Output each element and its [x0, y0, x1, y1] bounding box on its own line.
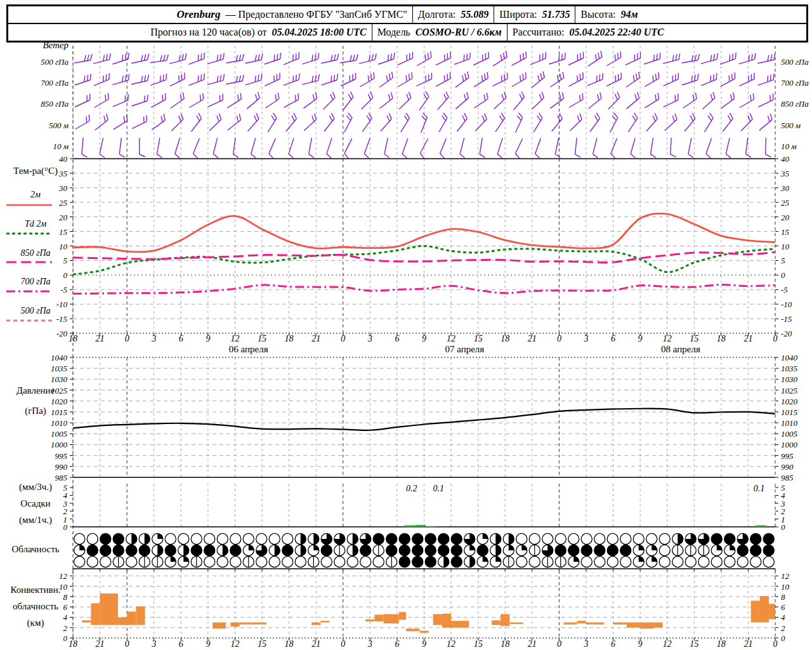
- convective-cloud-bar: [433, 614, 442, 625]
- wind-barb: [233, 138, 241, 157]
- wind-barb-line: [448, 72, 453, 79]
- wind-barb-line: [362, 98, 373, 110]
- wind-barb-line: [656, 93, 661, 99]
- wind-barb-line: [189, 100, 204, 108]
- wind-barb-line: [530, 58, 546, 65]
- cloud-cover-symbol: [438, 545, 449, 555]
- wind-barb-line: [581, 52, 586, 58]
- wind-barb: [339, 113, 353, 133]
- cloud-cover-symbol: [477, 545, 488, 555]
- wind-barb-line: [691, 55, 695, 62]
- cloud-cover-symbol: [594, 556, 605, 567]
- wind-barb-line: [421, 117, 428, 133]
- cloud-cover-symbol: [373, 556, 384, 567]
- wind-barb: [148, 93, 168, 107]
- wind-barb-line: [344, 118, 352, 133]
- wind-barb: [717, 93, 737, 109]
- wind-barb-line: [119, 138, 121, 154]
- wind-barb: [358, 113, 374, 132]
- cloud-cover-symbol: [223, 545, 228, 555]
- wind-barb: [593, 138, 603, 157]
- wind-barb-line: [608, 98, 620, 110]
- convective-cloud-bar: [509, 623, 523, 624]
- wind-barb-line: [402, 154, 408, 158]
- wind-barb-line: [732, 72, 737, 79]
- wind-barb-line: [94, 79, 109, 86]
- wind-barb-line: [636, 72, 641, 78]
- wind-barb: [575, 138, 582, 157]
- cloud-cover-symbol: [581, 533, 592, 544]
- wind-barb-line: [362, 118, 372, 131]
- cloud-cover-symbol: [659, 556, 670, 567]
- cloud-cover-symbol: [763, 556, 774, 567]
- wind-barb-line: [162, 114, 167, 121]
- cloud-cover-symbol: [204, 533, 215, 544]
- convective-cloud-bar: [769, 604, 775, 619]
- wind-barb-line: [532, 77, 544, 88]
- wind-barb: [480, 138, 488, 157]
- wind-barb-line: [671, 138, 671, 154]
- cloud-cover-symbol: [275, 545, 280, 555]
- wind-barb-line: [575, 154, 580, 157]
- wind-barb: [699, 73, 719, 86]
- wind-barb-line: [265, 79, 280, 86]
- cloud-cover-symbol: [620, 556, 631, 567]
- wind-barb: [604, 51, 623, 66]
- cloud-cover-symbol: [353, 533, 358, 544]
- wind-barb: [547, 53, 567, 64]
- wind-barb-line: [497, 154, 503, 158]
- wind-barb-line: [166, 55, 169, 60]
- wind-barb: [623, 92, 641, 109]
- wind-barb: [718, 113, 735, 131]
- header-divider: [494, 6, 494, 23]
- wind-barb-line: [725, 154, 731, 158]
- wind-barb-line: [534, 154, 540, 158]
- convective-cloud-bar: [100, 594, 118, 625]
- wind-barb-line: [549, 59, 565, 64]
- wind-barb-line: [89, 74, 93, 80]
- wind-barb-line: [563, 53, 568, 59]
- wind-barb-line: [575, 138, 577, 154]
- wind-barb-line: [703, 98, 715, 109]
- wind-barb-line: [260, 54, 264, 60]
- wind-barb-line: [606, 79, 621, 86]
- wind-barb-line: [650, 154, 657, 157]
- wind-barb-line: [630, 154, 636, 157]
- wind-barb-line: [600, 73, 605, 79]
- wind-barb-line: [246, 60, 261, 63]
- wind-barb-line: [440, 138, 447, 154]
- wind-barb: [150, 55, 169, 63]
- wind-barb: [585, 51, 604, 66]
- wind-barb: [471, 93, 490, 108]
- cloud-cover-symbol: [191, 545, 202, 555]
- wind-barb-line: [758, 80, 773, 86]
- wind-barb-line: [589, 98, 601, 109]
- wind-barb: [110, 94, 130, 107]
- wind-barb: [680, 93, 699, 108]
- wind-barb: [282, 113, 298, 131]
- wind-barb-line: [474, 99, 488, 109]
- cloud-cover-symbol: [678, 533, 683, 544]
- cloud-cover-symbol: [217, 556, 228, 567]
- wind-barb-line: [303, 98, 317, 108]
- wind-barb: [415, 91, 431, 110]
- wind-barb: [737, 73, 757, 86]
- convective-cloud-bar: [586, 623, 604, 625]
- wind-barb-line: [335, 74, 339, 80]
- convective-cloud-bar: [442, 614, 451, 628]
- wind-barb-line: [721, 98, 735, 108]
- cloud-cover-symbol: [269, 556, 280, 567]
- convective-cloud-bar: [760, 596, 769, 623]
- altitude-value: 94м: [621, 9, 638, 20]
- wind-barb-line: [170, 79, 185, 86]
- cloud-cover-symbol: [412, 556, 423, 567]
- wind-barb-line: [340, 60, 357, 63]
- wind-barb: [300, 93, 319, 109]
- wind-barb-line: [457, 119, 467, 131]
- cloud-cover-symbol: [495, 533, 501, 544]
- wind-barb-line: [265, 59, 280, 64]
- wind-barb-line: [221, 53, 225, 60]
- wind-barb: [288, 138, 299, 158]
- wind-barb-line: [486, 52, 490, 58]
- wind-barb-line: [352, 55, 355, 61]
